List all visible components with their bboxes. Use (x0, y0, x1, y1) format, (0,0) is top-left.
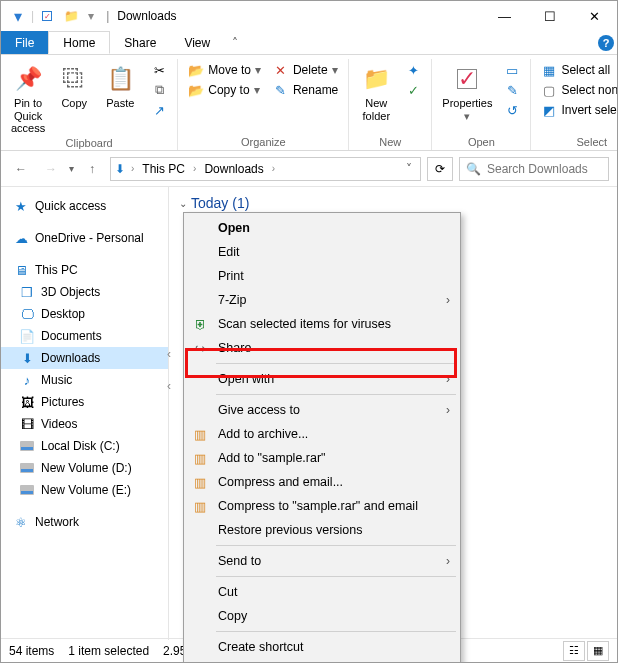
edit-icon: ✎ (504, 82, 520, 98)
paste-shortcut-button[interactable]: ↗ (147, 101, 171, 119)
documents-icon: 📄 (19, 328, 35, 344)
nav-vold[interactable]: New Volume (D:) (1, 457, 168, 479)
nav-desktop[interactable]: 🖵Desktop (1, 303, 168, 325)
ribbon-expand-icon[interactable]: ˄ (224, 31, 246, 54)
tab-file[interactable]: File (1, 31, 48, 54)
network-icon: ⚛ (13, 514, 29, 530)
scroll-left-icon-2[interactable]: ‹ (167, 379, 171, 393)
minimize-button[interactable]: — (482, 1, 527, 31)
new-item-button[interactable]: ✦ (401, 61, 425, 79)
window-title: Downloads (117, 9, 176, 23)
group-label-open: Open (438, 136, 524, 150)
newitem-icon: ✦ (405, 62, 421, 78)
close-button[interactable]: ✕ (572, 1, 617, 31)
address-row: ← → ▾ ↑ ⬇ › This PC › Downloads › ˅ ⟳ 🔍 … (1, 151, 617, 187)
edit-button[interactable]: ✎ (500, 81, 524, 99)
delete-button[interactable]: ✕Delete ▾ (269, 61, 342, 79)
select-all-button[interactable]: ▦Select all (537, 61, 618, 79)
move-to-button[interactable]: 📂Move to ▾ (184, 61, 265, 79)
ctx-cut[interactable]: Cut (186, 580, 458, 604)
refresh-button[interactable]: ⟳ (427, 157, 453, 181)
crumb-thispc[interactable]: This PC (140, 162, 187, 176)
paste-button[interactable]: 📋 Paste (99, 61, 141, 112)
ctx-compress-email[interactable]: ▥Compress and email... (186, 470, 458, 494)
back-button[interactable]: ← (9, 157, 33, 181)
moveto-icon: 📂 (188, 62, 204, 78)
history-button[interactable]: ↺ (500, 101, 524, 119)
ctx-scan[interactable]: ⛨Scan selected items for viruses (186, 312, 458, 336)
tab-view[interactable]: View (170, 31, 224, 54)
folder-icon[interactable]: 📁 (60, 5, 82, 27)
ctx-compress-sample[interactable]: ▥Compress to "sample.rar" and email (186, 494, 458, 518)
tab-share[interactable]: Share (110, 31, 170, 54)
search-icon: 🔍 (466, 162, 481, 176)
ctx-send-to[interactable]: Send to› (186, 549, 458, 573)
nav-vole[interactable]: New Volume (E:) (1, 479, 168, 501)
tab-home[interactable]: Home (48, 31, 110, 54)
nav-downloads[interactable]: ⬇Downloads (1, 347, 168, 369)
search-box[interactable]: 🔍 Search Downloads (459, 157, 609, 181)
nav-thispc[interactable]: 🖥This PC (1, 259, 168, 281)
qat-down-icon[interactable]: ▾ (7, 5, 29, 27)
view-icons-button[interactable]: ▦ (587, 641, 609, 661)
view-details-button[interactable]: ☷ (563, 641, 585, 661)
nav-quick-access[interactable]: ★Quick access (1, 195, 168, 217)
copy-to-button[interactable]: 📂Copy to ▾ (184, 81, 265, 99)
ctx-restore[interactable]: Restore previous versions (186, 518, 458, 542)
ctx-edit[interactable]: Edit (186, 240, 458, 264)
ribbon: 📌 Pin to Quick access ⿻ Copy 📋 Paste ✂ ⧉… (1, 55, 617, 151)
select-none-button[interactable]: ▢Select none (537, 81, 618, 99)
nav-pictures[interactable]: 🖼Pictures (1, 391, 168, 413)
crumb-downloads[interactable]: Downloads (202, 162, 265, 176)
ctx-add-archive[interactable]: ▥Add to archive... (186, 422, 458, 446)
rar-icon: ▥ (190, 424, 210, 444)
drive-d-icon (19, 460, 35, 476)
copy-button[interactable]: ⿻ Copy (53, 61, 95, 112)
ctx-7zip[interactable]: 7-Zip› (186, 288, 458, 312)
nav-onedrive[interactable]: ☁OneDrive - Personal (1, 227, 168, 249)
address-bar[interactable]: ⬇ › This PC › Downloads › ˅ (110, 157, 421, 181)
history-icon: ↺ (504, 102, 520, 118)
group-today[interactable]: ⌄ Today (1) (179, 195, 607, 211)
music-icon: ♪ (19, 372, 35, 388)
search-placeholder: Search Downloads (487, 162, 588, 176)
pc-icon: 🖥 (13, 262, 29, 278)
scissors-icon: ✂ (151, 62, 167, 78)
ctx-give-access[interactable]: Give access to› (186, 398, 458, 422)
nav-localc[interactable]: Local Disk (C:) (1, 435, 168, 457)
help-icon[interactable]: ? (595, 31, 617, 54)
copy-path-button[interactable]: ⧉ (147, 81, 171, 99)
nav-music[interactable]: ♪Music (1, 369, 168, 391)
cut-button[interactable]: ✂ (147, 61, 171, 79)
desktop-icon: 🖵 (19, 306, 35, 322)
ctx-open-with[interactable]: Open with› (186, 367, 458, 391)
nav-network[interactable]: ⚛Network (1, 511, 168, 533)
up-button[interactable]: ↑ (80, 157, 104, 181)
ctx-print[interactable]: Print (186, 264, 458, 288)
nav-3dobjects[interactable]: ❒3D Objects (1, 281, 168, 303)
easy-access-button[interactable]: ✓ (401, 81, 425, 99)
rename-button[interactable]: ✎Rename (269, 81, 342, 99)
rar-icon: ▥ (190, 448, 210, 468)
qat-properties-icon[interactable]: ✓ (36, 5, 58, 27)
nav-documents[interactable]: 📄Documents (1, 325, 168, 347)
properties-button[interactable]: ✓ Properties▾ (438, 61, 496, 124)
ctx-delete[interactable]: Delete (186, 659, 458, 663)
ctx-copy[interactable]: Copy (186, 604, 458, 628)
ctx-shortcut[interactable]: Create shortcut (186, 635, 458, 659)
pin-quick-access-button[interactable]: 📌 Pin to Quick access (7, 61, 49, 137)
open-button[interactable]: ▭ (500, 61, 524, 79)
nav-videos[interactable]: 🎞Videos (1, 413, 168, 435)
scroll-left-icon[interactable]: ‹ (167, 347, 171, 361)
downloads-icon: ⬇ (19, 350, 35, 366)
ctx-share[interactable]: ↪Share (186, 336, 458, 360)
address-drop-icon[interactable]: ˅ (402, 162, 416, 176)
context-menu: Open Edit Print 7-Zip› ⛨Scan selected it… (183, 212, 461, 663)
maximize-button[interactable]: ☐ (527, 1, 572, 31)
new-folder-button[interactable]: 📁 New folder (355, 61, 397, 124)
group-label-new: New (355, 136, 425, 150)
invert-selection-button[interactable]: ◩Invert selection (537, 101, 618, 119)
ctx-add-sample[interactable]: ▥Add to "sample.rar" (186, 446, 458, 470)
forward-button[interactable]: → (39, 157, 63, 181)
ctx-open[interactable]: Open (186, 216, 458, 240)
